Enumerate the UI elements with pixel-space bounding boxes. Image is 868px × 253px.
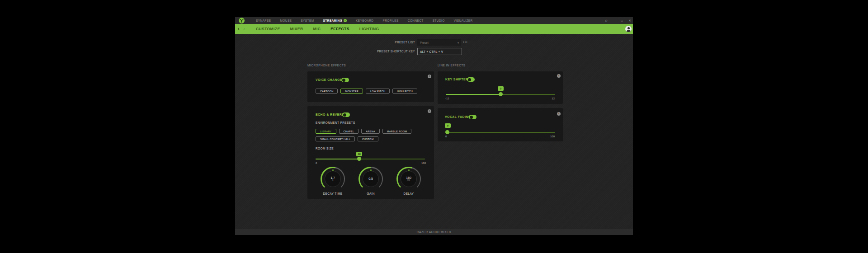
info-icon[interactable]: i (428, 109, 431, 113)
voice-option-high-pitch[interactable]: HIGH PITCH (392, 89, 417, 94)
tab-mixer[interactable]: MIXER (290, 27, 303, 31)
key-shifter-title: KEY SHIFTER (445, 78, 468, 81)
echo-reverb-title: ECHO & REVERB (316, 113, 344, 116)
tab-effects[interactable]: EFFECTS (330, 27, 349, 31)
slider-fill (316, 159, 359, 159)
menu-item-connect[interactable]: CONNECT (408, 19, 424, 22)
info-icon[interactable]: i (428, 75, 431, 78)
tab-mic[interactable]: MIC (313, 27, 321, 31)
key-shifter-card: KEY SHIFTER i 0 -12 12 (438, 71, 563, 104)
echo-reverb-card: ECHO & REVERB i ENVIRONMENT PRESETS LIBR… (307, 106, 434, 199)
slider-thumb[interactable] (357, 157, 361, 161)
room-size-value-badge: 40 (356, 152, 362, 156)
preset-list-label: PRESET LIST (395, 41, 415, 44)
slider-fill (446, 94, 500, 95)
preset-more-options-button[interactable]: ••• (463, 40, 468, 43)
room-size-label: ROOM SIZE (316, 147, 334, 150)
minimize-icon[interactable]: – (613, 19, 615, 22)
voice-option-low-pitch[interactable]: LOW PITCH (366, 89, 390, 94)
tab-bar: ‹ › CUSTOMIZE MIXER MIC EFFECTS LIGHTING (235, 24, 633, 34)
room-size-max: 100 (421, 162, 426, 164)
vocal-fading-value-badge: 0 (445, 123, 451, 128)
menu-label: SYNAPSE (256, 19, 271, 22)
info-icon[interactable]: i (557, 74, 561, 78)
maximize-icon[interactable]: □ (621, 19, 623, 22)
streaming-notification-badge: • (344, 19, 347, 22)
key-shifter-max: 12 (552, 97, 555, 100)
key-shifter-toggle[interactable] (467, 77, 475, 82)
environment-presets-row-2: SMALL CONCERT HALL CUSTOM (316, 136, 378, 141)
key-shifter-value-badge: 0 (498, 86, 504, 91)
menu-label: KEYBOARD (356, 19, 373, 22)
device-name: RAZER AUDIO MIXER (417, 230, 452, 234)
knob-face: 150 ms (401, 171, 417, 187)
synapse-window: SYNAPSE MOUSE SYSTEM STREAMING • KEYBOAR… (235, 17, 633, 235)
environment-presets-label: ENVIRONMENT PRESETS (316, 121, 355, 124)
knob-indicator-dot (370, 169, 372, 171)
gain-knob[interactable]: 0.5 (359, 167, 383, 191)
delay-knob[interactable]: 150 ms (396, 167, 421, 191)
preset-list-dropdown[interactable]: Preset ▾ (417, 39, 461, 46)
menu-label: CONNECT (408, 19, 424, 22)
settings-icon[interactable]: ◇ (605, 19, 607, 22)
vocal-fading-title: VOCAL FADING (445, 115, 471, 118)
voice-changer-card: VOICE CHANGER i CARTOON MONSTER LOW PITC… (307, 71, 434, 102)
preset-shortcut-input[interactable]: ALT + CTRL + V (417, 48, 462, 55)
echo-reverb-toggle[interactable] (342, 112, 350, 117)
forward-arrow-icon[interactable]: › (243, 27, 245, 31)
voice-option-cartoon[interactable]: CARTOON (316, 89, 338, 94)
menu-item-streaming[interactable]: STREAMING • (323, 19, 347, 22)
decay-time-knob[interactable]: 1.7 s (321, 167, 345, 191)
vocal-fading-max: 100 (550, 135, 555, 138)
decay-time-unit: s (332, 179, 333, 182)
gain-label: GAIN (353, 192, 389, 195)
info-icon[interactable]: i (557, 112, 561, 116)
delay-label: DELAY (391, 192, 427, 195)
user-avatar[interactable] (625, 26, 632, 32)
menu-item-system[interactable]: SYSTEM (301, 19, 314, 22)
slider-thumb[interactable] (445, 130, 449, 134)
razer-logo-icon[interactable] (239, 18, 245, 23)
menu-label: MOUSE (280, 19, 292, 22)
env-preset-small-concert-hall[interactable]: SMALL CONCERT HALL (316, 136, 355, 141)
menu-item-profiles[interactable]: PROFILES (382, 19, 398, 22)
menu-item-keyboard[interactable]: KEYBOARD (356, 19, 373, 22)
vocal-fading-card: VOCAL FADING i 0 0 100 (438, 108, 563, 141)
preset-shortcut-label: PRESET SHORTCUT KEY (377, 50, 415, 53)
vocal-fading-slider[interactable] (446, 131, 555, 135)
env-preset-marble-room[interactable]: MARBLE ROOM (382, 129, 412, 134)
gain-value: 0.5 (368, 177, 373, 181)
window-controls: ◇ – □ ✕ (605, 17, 631, 24)
voice-option-monster[interactable]: MONSTER (340, 89, 363, 94)
tab-lighting[interactable]: LIGHTING (359, 27, 379, 31)
slider-track[interactable] (446, 132, 555, 133)
toggle-knob (342, 79, 345, 82)
close-icon[interactable]: ✕ (628, 19, 631, 22)
room-size-min: 0 (316, 162, 317, 164)
env-preset-chapel[interactable]: CHAPEL (339, 129, 359, 134)
menu-item-visualizer[interactable]: VISUALIZER (454, 19, 473, 22)
room-size-slider[interactable] (316, 157, 425, 161)
chevron-down-icon: ▾ (458, 41, 459, 44)
tab-customize[interactable]: CUSTOMIZE (256, 27, 280, 31)
env-preset-library[interactable]: LIBRARY (316, 129, 336, 134)
env-preset-custom[interactable]: CUSTOM (358, 136, 378, 141)
module-menu: SYNAPSE MOUSE SYSTEM STREAMING • KEYBOAR… (256, 17, 473, 24)
voice-changer-title: VOICE CHANGER (316, 78, 344, 81)
knob-indicator-dot (332, 169, 334, 171)
menu-item-studio[interactable]: STUDIO (433, 19, 445, 22)
line-in-effects-header: LINE IN EFFECTS (438, 64, 466, 67)
menu-label: VISUALIZER (454, 19, 473, 22)
toggle-knob (468, 78, 471, 81)
env-preset-arena[interactable]: ARENA (361, 129, 379, 134)
voice-changer-toggle[interactable] (341, 78, 349, 82)
key-shifter-slider[interactable] (446, 93, 555, 97)
voice-options: CARTOON MONSTER LOW PITCH HIGH PITCH (316, 89, 417, 94)
back-arrow-icon[interactable]: ‹ (238, 27, 239, 31)
knob-face: 0.5 (363, 171, 379, 187)
menu-item-mouse[interactable]: MOUSE (280, 19, 292, 22)
vocal-fading-toggle[interactable] (469, 115, 476, 119)
menu-item-synapse[interactable]: SYNAPSE (256, 19, 271, 22)
slider-thumb[interactable] (499, 92, 503, 96)
toggle-knob (343, 113, 346, 117)
